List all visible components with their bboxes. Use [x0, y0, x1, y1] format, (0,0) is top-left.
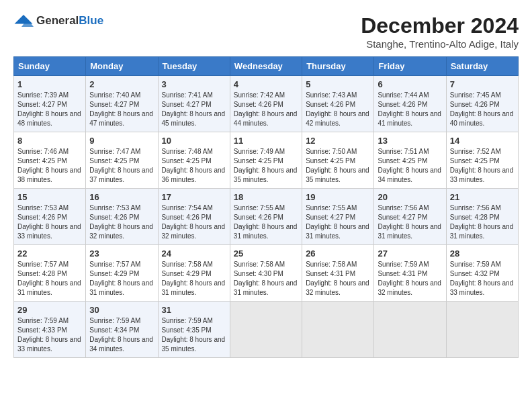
day-info: Sunrise: 7:59 AMSunset: 4:35 PMDaylight:…: [162, 317, 226, 353]
day-number: 30: [89, 305, 154, 315]
calendar-cell: 28 Sunrise: 7:59 AMSunset: 4:32 PMDaylig…: [446, 245, 518, 302]
title-area: December 2024 Stanghe, Trentino-Alto Adi…: [361, 13, 519, 50]
day-info: Sunrise: 7:39 AMSunset: 4:27 PMDaylight:…: [17, 91, 81, 127]
day-number: 23: [89, 248, 154, 259]
logo: GeneralBlue: [13, 13, 103, 28]
day-number: 6: [378, 79, 442, 89]
calendar-cell: [446, 302, 518, 358]
day-number: 13: [378, 136, 442, 146]
day-info: Sunrise: 7:55 AMSunset: 4:26 PMDaylight:…: [234, 204, 298, 240]
day-number: 26: [306, 248, 370, 259]
calendar-cell: 7 Sunrise: 7:45 AMSunset: 4:26 PMDayligh…: [446, 76, 518, 132]
calendar-cell: 31 Sunrise: 7:59 AMSunset: 4:35 PMDaylig…: [158, 302, 230, 358]
day-number: 16: [89, 192, 154, 202]
day-info: Sunrise: 7:44 AMSunset: 4:26 PMDaylight:…: [378, 91, 441, 127]
day-number: 1: [17, 79, 82, 89]
day-info: Sunrise: 7:55 AMSunset: 4:27 PMDaylight:…: [306, 204, 369, 240]
week-row-4: 22 Sunrise: 7:57 AMSunset: 4:28 PMDaylig…: [14, 245, 519, 302]
day-info: Sunrise: 7:59 AMSunset: 4:34 PMDaylight:…: [89, 317, 153, 353]
day-number: 11: [234, 136, 298, 146]
calendar-cell: 21 Sunrise: 7:56 AMSunset: 4:28 PMDaylig…: [446, 189, 518, 245]
day-number: 27: [378, 248, 442, 259]
calendar-cell: 25 Sunrise: 7:58 AMSunset: 4:30 PMDaylig…: [230, 245, 302, 302]
calendar-cell: 20 Sunrise: 7:56 AMSunset: 4:27 PMDaylig…: [374, 189, 446, 245]
week-row-5: 29 Sunrise: 7:59 AMSunset: 4:33 PMDaylig…: [14, 302, 519, 358]
day-number: 12: [306, 136, 370, 146]
calendar-cell: 15 Sunrise: 7:53 AMSunset: 4:26 PMDaylig…: [14, 189, 86, 245]
day-header-thursday: Thursday: [302, 57, 374, 76]
day-info: Sunrise: 7:53 AMSunset: 4:26 PMDaylight:…: [89, 204, 153, 240]
day-info: Sunrise: 7:56 AMSunset: 4:27 PMDaylight:…: [378, 204, 441, 240]
day-info: Sunrise: 7:56 AMSunset: 4:28 PMDaylight:…: [450, 204, 514, 240]
day-info: Sunrise: 7:59 AMSunset: 4:32 PMDaylight:…: [450, 261, 514, 296]
day-info: Sunrise: 7:51 AMSunset: 4:25 PMDaylight:…: [378, 148, 441, 183]
calendar-cell: 6 Sunrise: 7:44 AMSunset: 4:26 PMDayligh…: [374, 76, 446, 132]
calendar-cell: 13 Sunrise: 7:51 AMSunset: 4:25 PMDaylig…: [374, 132, 446, 189]
day-number: 8: [17, 136, 82, 146]
day-info: Sunrise: 7:58 AMSunset: 4:31 PMDaylight:…: [306, 261, 369, 296]
day-info: Sunrise: 7:40 AMSunset: 4:27 PMDaylight:…: [89, 91, 153, 127]
week-row-2: 8 Sunrise: 7:46 AMSunset: 4:25 PMDayligh…: [14, 132, 519, 189]
day-number: 10: [162, 136, 226, 146]
day-number: 7: [450, 79, 515, 89]
day-info: Sunrise: 7:50 AMSunset: 4:25 PMDaylight:…: [306, 148, 369, 183]
day-number: 22: [17, 248, 82, 259]
day-info: Sunrise: 7:41 AMSunset: 4:27 PMDaylight:…: [162, 91, 226, 127]
day-number: 3: [162, 79, 226, 89]
month-title: December 2024: [361, 13, 519, 38]
day-header-wednesday: Wednesday: [230, 57, 302, 76]
calendar-cell: 30 Sunrise: 7:59 AMSunset: 4:34 PMDaylig…: [86, 302, 158, 358]
calendar-cell: 10 Sunrise: 7:48 AMSunset: 4:25 PMDaylig…: [158, 132, 230, 189]
calendar-cell: 19 Sunrise: 7:55 AMSunset: 4:27 PMDaylig…: [302, 189, 374, 245]
calendar-cell: 2 Sunrise: 7:40 AMSunset: 4:27 PMDayligh…: [86, 76, 158, 132]
day-number: 2: [89, 79, 154, 89]
calendar-cell: 17 Sunrise: 7:54 AMSunset: 4:26 PMDaylig…: [158, 189, 230, 245]
calendar-cell: 24 Sunrise: 7:58 AMSunset: 4:29 PMDaylig…: [158, 245, 230, 302]
calendar-cell: 22 Sunrise: 7:57 AMSunset: 4:28 PMDaylig…: [14, 245, 86, 302]
calendar-cell: 27 Sunrise: 7:59 AMSunset: 4:31 PMDaylig…: [374, 245, 446, 302]
calendar-cell: 9 Sunrise: 7:47 AMSunset: 4:25 PMDayligh…: [86, 132, 158, 189]
day-number: 24: [162, 248, 226, 259]
day-number: 28: [450, 248, 515, 259]
week-row-1: 1 Sunrise: 7:39 AMSunset: 4:27 PMDayligh…: [14, 76, 519, 132]
day-info: Sunrise: 7:54 AMSunset: 4:26 PMDaylight:…: [162, 204, 226, 240]
subtitle: Stanghe, Trentino-Alto Adige, Italy: [361, 38, 519, 50]
day-info: Sunrise: 7:42 AMSunset: 4:26 PMDaylight:…: [234, 91, 298, 127]
day-number: 15: [17, 192, 82, 202]
day-header-friday: Friday: [374, 57, 446, 76]
calendar-table: SundayMondayTuesdayWednesdayThursdayFrid…: [13, 56, 519, 358]
logo-general: General: [36, 14, 79, 27]
day-info: Sunrise: 7:43 AMSunset: 4:26 PMDaylight:…: [306, 91, 369, 127]
day-number: 14: [450, 136, 515, 146]
day-info: Sunrise: 7:59 AMSunset: 4:33 PMDaylight:…: [17, 317, 81, 353]
day-header-monday: Monday: [86, 57, 158, 76]
day-number: 21: [450, 192, 515, 202]
calendar-cell: 8 Sunrise: 7:46 AMSunset: 4:25 PMDayligh…: [14, 132, 86, 189]
day-info: Sunrise: 7:53 AMSunset: 4:26 PMDaylight:…: [17, 204, 81, 240]
calendar-cell: 26 Sunrise: 7:58 AMSunset: 4:31 PMDaylig…: [302, 245, 374, 302]
calendar-cell: 12 Sunrise: 7:50 AMSunset: 4:25 PMDaylig…: [302, 132, 374, 189]
calendar-cell: [374, 302, 446, 358]
calendar-cell: 4 Sunrise: 7:42 AMSunset: 4:26 PMDayligh…: [230, 76, 302, 132]
header-row: SundayMondayTuesdayWednesdayThursdayFrid…: [14, 57, 519, 76]
logo-blue: Blue: [79, 14, 103, 27]
day-number: 9: [89, 136, 154, 146]
day-number: 29: [17, 305, 82, 315]
day-info: Sunrise: 7:47 AMSunset: 4:25 PMDaylight:…: [89, 148, 153, 183]
day-number: 31: [162, 305, 226, 315]
calendar-cell: 29 Sunrise: 7:59 AMSunset: 4:33 PMDaylig…: [14, 302, 86, 358]
calendar-cell: 11 Sunrise: 7:49 AMSunset: 4:25 PMDaylig…: [230, 132, 302, 189]
day-info: Sunrise: 7:58 AMSunset: 4:30 PMDaylight:…: [234, 261, 298, 296]
day-info: Sunrise: 7:48 AMSunset: 4:25 PMDaylight:…: [162, 148, 226, 183]
day-info: Sunrise: 7:46 AMSunset: 4:25 PMDaylight:…: [17, 148, 81, 183]
day-info: Sunrise: 7:59 AMSunset: 4:31 PMDaylight:…: [378, 261, 441, 296]
header: GeneralBlue December 2024 Stanghe, Trent…: [13, 13, 519, 50]
day-info: Sunrise: 7:57 AMSunset: 4:29 PMDaylight:…: [89, 261, 153, 296]
day-info: Sunrise: 7:58 AMSunset: 4:29 PMDaylight:…: [162, 261, 226, 296]
day-info: Sunrise: 7:52 AMSunset: 4:25 PMDaylight:…: [450, 148, 514, 183]
day-info: Sunrise: 7:45 AMSunset: 4:26 PMDaylight:…: [450, 91, 514, 127]
week-row-3: 15 Sunrise: 7:53 AMSunset: 4:26 PMDaylig…: [14, 189, 519, 245]
day-info: Sunrise: 7:49 AMSunset: 4:25 PMDaylight:…: [234, 148, 298, 183]
calendar-cell: 16 Sunrise: 7:53 AMSunset: 4:26 PMDaylig…: [86, 189, 158, 245]
day-header-tuesday: Tuesday: [158, 57, 230, 76]
